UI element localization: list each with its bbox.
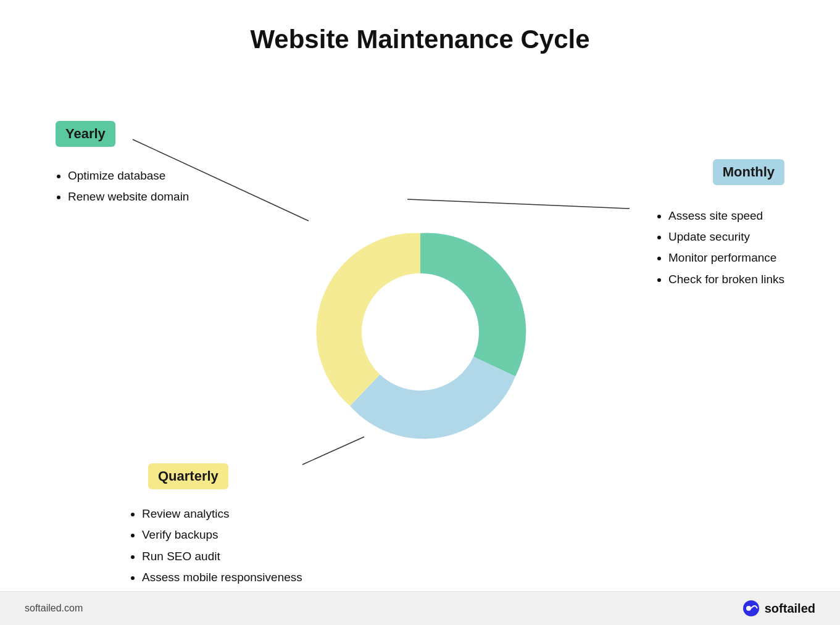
brand-name: softailed <box>765 602 815 616</box>
brand-icon <box>742 600 760 617</box>
list-item: Assess mobile responsiveness <box>142 567 302 588</box>
list-item: Optimize database <box>68 165 189 186</box>
footer-url: softailed.com <box>25 603 83 614</box>
monthly-label: Monthly <box>713 159 784 185</box>
svg-line-2 <box>407 199 630 209</box>
yearly-list: Optimize database Renew website domain <box>56 165 189 207</box>
svg-point-5 <box>746 606 751 611</box>
donut-chart <box>303 215 538 449</box>
list-item: Assess site speed <box>668 205 784 226</box>
yearly-label: Yearly <box>56 121 115 147</box>
list-item: Check for broken links <box>668 269 784 290</box>
main-container: Website Maintenance Cycle <box>0 0 840 625</box>
list-item: Monitor performance <box>668 247 784 268</box>
quarterly-label: Quarterly <box>148 463 228 489</box>
monthly-list: Assess site speed Update security Monito… <box>656 205 784 290</box>
list-item: Run SEO audit <box>142 546 302 567</box>
svg-point-0 <box>362 273 479 391</box>
list-item: Renew website domain <box>68 186 189 207</box>
footer-logo: softailed <box>742 600 815 617</box>
list-item: Review analytics <box>142 503 302 524</box>
list-item: Update security <box>668 226 784 247</box>
quarterly-list: Review analytics Verify backups Run SEO … <box>130 503 302 588</box>
list-item: Verify backups <box>142 524 302 545</box>
diagram-area: Yearly Optimize database Renew website d… <box>37 85 803 625</box>
footer: softailed.com softailed <box>0 591 840 625</box>
page-title: Website Maintenance Cycle <box>250 25 589 54</box>
